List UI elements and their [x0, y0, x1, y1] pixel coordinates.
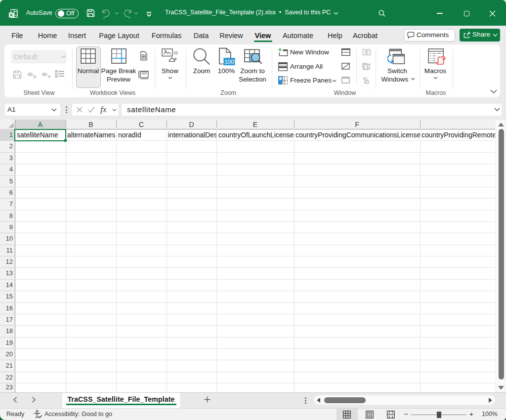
svg-text:100: 100: [224, 59, 234, 65]
